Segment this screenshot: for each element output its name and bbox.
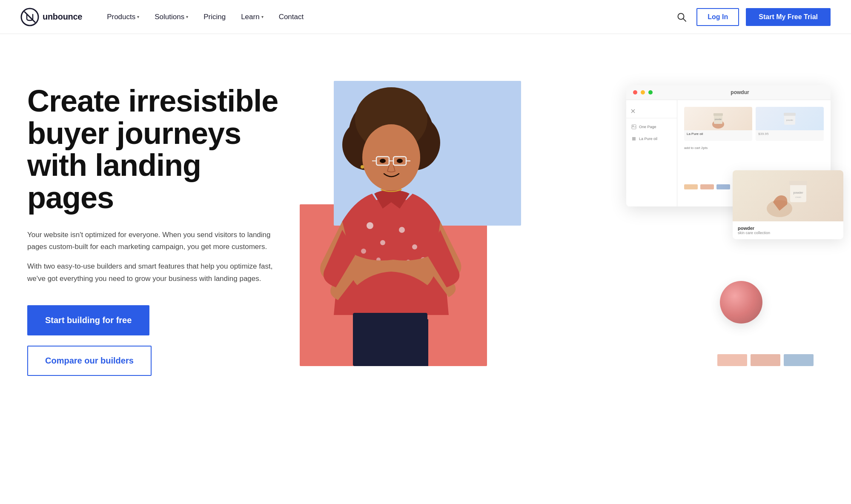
- start-building-button[interactable]: Start building for free: [27, 305, 149, 335]
- svg-rect-34: [634, 137, 636, 139]
- person-svg: [308, 68, 487, 366]
- svg-point-10: [380, 240, 385, 245]
- nav-item-contact[interactable]: Contact: [271, 9, 312, 25]
- ui-card-header: powdur: [626, 85, 831, 100]
- svg-text:powder: powder: [715, 118, 722, 120]
- search-button[interactable]: [673, 9, 690, 25]
- brand-name: unbounce: [43, 12, 82, 22]
- hero-headline: Create irresistible buyer journeys with …: [27, 85, 283, 214]
- decorative-sphere: [720, 281, 762, 324]
- bottom-swatch-1: [717, 354, 747, 366]
- nav-label-solutions: Solutions: [155, 13, 184, 21]
- quantity-row: add to cart 2pts: [684, 146, 824, 150]
- svg-text:cream: cream: [795, 196, 801, 198]
- nav-label-pricing: Pricing: [203, 13, 226, 21]
- svg-rect-36: [634, 139, 636, 140]
- swatch-pink: [700, 184, 714, 189]
- nav-label-learn: Learn: [241, 13, 259, 21]
- product-price-label: $39.95: [758, 132, 768, 136]
- hand-product-icon: powder: [708, 108, 729, 129]
- ui-product-card-2: powder $39.95: [756, 107, 824, 141]
- svg-point-27: [397, 159, 403, 163]
- svg-rect-19: [354, 319, 386, 366]
- svg-point-7: [362, 124, 420, 191]
- ui-brand-sub: skin care collection: [738, 231, 838, 235]
- svg-text:powder: powder: [794, 191, 804, 195]
- nav-item-solutions[interactable]: Solutions ▾: [147, 9, 196, 25]
- nav-link-contact[interactable]: Contact: [271, 9, 312, 25]
- unbounce-logo-icon: [20, 8, 39, 26]
- svg-line-2: [683, 18, 686, 21]
- nav-links-list: Products ▾ Solutions ▾ Pricing Learn ▾ C…: [99, 9, 673, 25]
- hero-cta-buttons: Start building for free Compare our buil…: [27, 305, 283, 376]
- nav-item-pricing[interactable]: Pricing: [196, 9, 233, 25]
- bottom-swatch-2: [751, 354, 780, 366]
- hero-person-figure: [308, 68, 487, 366]
- product-name-label: La Pure oil: [687, 132, 703, 136]
- hero-body-2: With two easy-to-use builders and smart …: [27, 261, 274, 284]
- window-close-dot: [633, 90, 637, 94]
- svg-point-28: [361, 165, 364, 169]
- ui-product-card-body-1: La Pure oil: [684, 130, 752, 137]
- compare-builders-button[interactable]: Compare our builders: [27, 346, 152, 376]
- hero-content: Create irresistible buyer journeys with …: [27, 68, 283, 376]
- nav-link-pricing[interactable]: Pricing: [196, 9, 233, 25]
- swatch-peach: [684, 184, 698, 189]
- ui-color-swatches: [684, 184, 730, 189]
- start-trial-button[interactable]: Start My Free Trial: [746, 8, 831, 26]
- svg-point-26: [380, 159, 386, 163]
- svg-point-12: [412, 244, 417, 249]
- ui-card2-body: powder skin care collection: [733, 221, 843, 239]
- search-icon: [677, 12, 686, 22]
- svg-point-9: [367, 222, 373, 229]
- ui-product-card-1: powder La Pure oil: [684, 107, 752, 141]
- ui-product-image: powder cream: [733, 170, 843, 221]
- bottom-color-row: [717, 354, 814, 366]
- product-icon: [631, 136, 636, 141]
- hero-body-1: Your website isn't optimized for everyon…: [27, 229, 274, 253]
- bottom-swatch-3: [784, 354, 814, 366]
- nav-link-learn[interactable]: Learn ▾: [233, 9, 271, 25]
- nav-link-products[interactable]: Products ▾: [99, 9, 147, 25]
- nav-label-contact: Contact: [279, 13, 304, 21]
- logo-link[interactable]: unbounce: [20, 8, 82, 26]
- svg-rect-20: [396, 319, 428, 366]
- login-button[interactable]: Log In: [696, 8, 739, 26]
- main-nav: unbounce Products ▾ Solutions ▾ Pricing …: [0, 0, 851, 34]
- hero-visual: powdur: [300, 68, 831, 366]
- nav-label-products: Products: [107, 13, 135, 21]
- product-jar-svg: powder cream: [762, 172, 814, 219]
- nav-item-learn[interactable]: Learn ▾: [233, 9, 271, 25]
- ui-sidebar: One Page La Pure oil: [626, 100, 677, 206]
- ui-product-detail-card: powder cream powder skin care collection: [733, 170, 843, 239]
- window-maximize-dot: [648, 90, 653, 94]
- quantity-label: add to cart 2pts: [684, 146, 708, 150]
- svg-rect-35: [632, 139, 634, 140]
- hero-section: Create irresistible buyer journeys with …: [0, 34, 851, 504]
- window-minimize-dot: [641, 90, 645, 94]
- ui-product-card-body-2: $39.95: [756, 130, 824, 137]
- ui-sidebar-label-2: La Pure oil: [639, 137, 657, 141]
- image-icon: [631, 124, 636, 129]
- nav-link-solutions[interactable]: Solutions ▾: [147, 9, 196, 25]
- product-2-icon: powder: [779, 108, 800, 129]
- ui-sidebar-item-2: La Pure oil: [626, 133, 677, 145]
- chevron-down-icon: ▾: [186, 14, 188, 19]
- nav-actions: Log In Start My Free Trial: [673, 8, 831, 26]
- svg-rect-46: [789, 181, 807, 185]
- svg-text:powder: powder: [786, 119, 794, 121]
- svg-point-11: [399, 227, 405, 233]
- svg-rect-42: [784, 113, 796, 116]
- ui-brand-name: powder: [738, 226, 838, 231]
- chevron-down-icon: ▾: [137, 14, 139, 19]
- close-icon: [630, 109, 636, 114]
- ui-card-title: powdur: [731, 89, 749, 95]
- svg-point-16: [361, 249, 366, 254]
- ui-sidebar-item-1: One Page: [626, 121, 677, 133]
- chevron-down-icon: ▾: [261, 14, 264, 19]
- ui-product-grid: powder La Pure oil: [684, 107, 824, 141]
- swatch-blue: [716, 184, 730, 189]
- ui-sidebar-label-1: One Page: [639, 125, 656, 129]
- nav-item-products[interactable]: Products ▾: [99, 9, 147, 25]
- svg-rect-39: [713, 113, 723, 116]
